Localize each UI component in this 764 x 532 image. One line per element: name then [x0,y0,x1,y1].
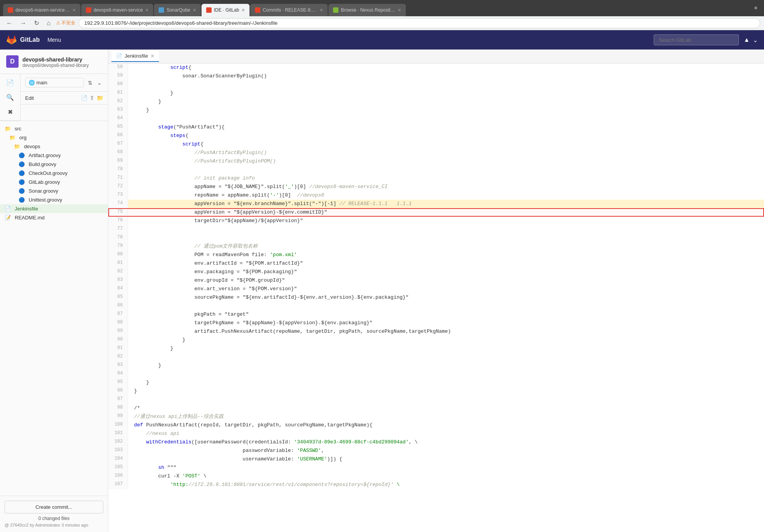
line-code-58[interactable]: script{ [128,63,764,72]
branch-selector[interactable]: 🌐 main [25,78,84,87]
tab-close-icon[interactable]: ✕ [320,8,323,13]
line-code-95[interactable]: } [128,378,764,387]
line-code-96[interactable]: } [128,387,764,395]
browser-tab-tab6[interactable]: Browse · Nexus Repository Ma... ✕ [328,4,406,16]
line-code-90[interactable]: } [128,336,764,344]
line-code-93[interactable]: } [128,361,764,370]
browser-tab-tab1[interactable]: devops6-maven-service_CI [Je... ✕ [3,4,80,16]
line-code-100[interactable]: def PushNexusArtifact(repoId, targetDir,… [128,421,764,429]
tree-item-unittest-groovy[interactable]: 🔵Unittest.groovy [0,195,108,204]
line-number-90: 90 [108,336,128,344]
line-code-69[interactable]: //PushArtifactByPluginPOM() [128,157,764,166]
line-code-70[interactable] [128,166,764,174]
line-code-89[interactable]: artifact.PushNexusArtifact(repoName, tar… [128,327,764,336]
tab-close-icon[interactable]: ✕ [145,8,149,13]
line-code-72[interactable]: appName = "${JOB_NAME}".split('_')[0] //… [128,183,764,191]
line-code-88[interactable]: targetPkgName = "${appName}-${appVersion… [128,319,764,327]
tree-item-artifact-groovy[interactable]: 🔵Artifact.groovy [0,151,108,160]
reload-button[interactable]: ↻ [32,18,41,28]
address-input[interactable] [79,18,760,28]
sidebar-code-icon[interactable]: 📄 [3,75,17,89]
new-folder-icon[interactable]: 📁 [97,95,103,101]
line-code-107[interactable]: 'http://172.29.9.101:8081/service/rest/v… [128,481,764,489]
line-code-87[interactable]: pkgPath = "target" [128,310,764,319]
line-code-80[interactable]: POM = readMavenPom file: 'pom.xml' [128,251,764,259]
line-code-91[interactable]: } [128,344,764,353]
line-code-75[interactable]: appVersion = "${appVersion}-${env.commit… [128,208,764,217]
line-code-59[interactable]: sonar.SonarScannerByPlugin() [128,72,764,80]
line-code-83[interactable]: env.groupId = "${POM.groupId}" [128,276,764,285]
menu-button[interactable]: Menu [44,35,64,44]
line-row-105: 105 sh """ [108,464,764,472]
line-code-98[interactable]: /* [128,404,764,412]
tab-label: SonarQube [166,7,190,13]
line-code-67[interactable]: script{ [128,140,764,149]
file-tab-close[interactable]: ✕ [150,53,154,59]
tab-label: devops6-maven-service_CI [Je... [15,7,70,13]
line-code-102[interactable]: withCredentials([usernamePassword(creden… [128,438,764,446]
line-code-86[interactable] [128,302,764,310]
line-code-84[interactable]: env.art_version = "${POM.version}" [128,285,764,293]
branch-more-icon[interactable]: ⌄ [96,79,103,87]
tree-item-build-groovy[interactable]: 🔵Build.groovy [0,160,108,169]
line-code-103[interactable]: passwordVariable: 'PASSWD', [128,446,764,455]
search-input[interactable] [654,34,739,45]
forward-button[interactable]: → [18,18,29,28]
line-code-106[interactable]: curl -X 'POST' \ [128,472,764,481]
line-code-74[interactable]: appVersion = "${env.branchName}".split("… [128,200,764,208]
line-code-71[interactable]: // init package info [128,174,764,183]
line-code-101[interactable]: //nexus api [128,429,764,438]
line-code-61[interactable]: } [128,89,764,98]
line-code-92[interactable] [128,353,764,361]
line-code-63[interactable]: } [128,106,764,115]
line-code-60[interactable] [128,80,764,89]
tab-close-icon[interactable]: ✕ [398,8,401,13]
browser-tab-tab5[interactable]: Commits · RELEASE-9.9.9 · de... ✕ [250,4,328,16]
line-code-82[interactable]: env.packaging = "${POM.packaging}" [128,268,764,276]
tree-item-gitlab-groovy[interactable]: 🔵GitLab.groovy [0,178,108,186]
tree-item-sonar-groovy[interactable]: 🔵Sonar.groovy [0,186,108,195]
line-code-81[interactable]: env.artifactId = "${POM.artifactId}" [128,259,764,268]
tree-item-jenkinsfile[interactable]: 📄Jenkinsfile [0,204,108,213]
line-code-76[interactable]: targetDir="${appName}/${appVersion}" [128,217,764,225]
line-code-65[interactable]: stage("PushArtifact"){ [128,123,764,132]
sidebar-version-icon[interactable]: ✖ [3,105,17,119]
line-code-78[interactable] [128,234,764,242]
tree-item-devops[interactable]: 📁devops [0,142,108,151]
new-tab-button[interactable]: + [750,3,761,14]
tree-item-org[interactable]: 📁org [0,133,108,142]
help-icon[interactable]: ⌄ [753,36,758,44]
notifications-icon[interactable]: ▲ [743,36,750,44]
line-code-79[interactable]: // 通过pom文件获取包名称 [128,242,764,251]
tab-close-icon[interactable]: ✕ [241,8,245,13]
browser-tab-tab3[interactable]: SonarQube ✕ [154,4,200,16]
tree-item-checkout-groovy[interactable]: 🔵CheckOut.groovy [0,169,108,178]
line-code-77[interactable] [128,225,764,234]
line-code-64[interactable] [128,115,764,123]
line-code-97[interactable] [128,395,764,404]
tree-item-readme-md[interactable]: 📝README.md [0,213,108,222]
browser-tab-tab4[interactable]: IDE · GitLab ✕ [202,4,250,16]
line-code-66[interactable]: steps{ [128,132,764,140]
line-code-99[interactable]: //通过nexus api上传制品--综合实践 [128,412,764,421]
line-code-85[interactable]: sourcePkgName = "${env.artifactId}-${env… [128,293,764,302]
branch-sync-icon[interactable]: ⇅ [86,79,94,87]
browser-tab-tab2[interactable]: devops6-maven-service ✕ [81,4,153,16]
back-button[interactable]: ← [4,18,15,28]
new-file-icon[interactable]: 📄 [81,95,87,101]
line-code-62[interactable]: } [128,98,764,106]
tab-close-icon[interactable]: ✕ [72,8,76,13]
file-tab-jenkinsfile[interactable]: 📄 Jenkinsfile ✕ [111,51,159,62]
code-content[interactable]: 58 script{59 sonar.SonarScannerByPlugin(… [108,63,764,532]
tree-item-src[interactable]: 📁src [0,124,108,133]
line-code-105[interactable]: sh """ [128,464,764,472]
home-button[interactable]: ⌂ [44,18,53,28]
create-commit-button[interactable]: Create commit... [5,501,103,513]
upload-icon[interactable]: ⇧ [90,95,94,101]
sidebar-search-icon[interactable]: 🔍 [3,90,17,104]
tab-close-icon[interactable]: ✕ [193,8,196,13]
line-code-73[interactable]: repoName = appName.split('-')[0] //devop… [128,191,764,200]
line-code-94[interactable] [128,370,764,378]
line-code-68[interactable]: //PushArtifactByPlugin() [128,149,764,157]
line-code-104[interactable]: usernameVariable: 'USERNAME')]) { [128,455,764,464]
